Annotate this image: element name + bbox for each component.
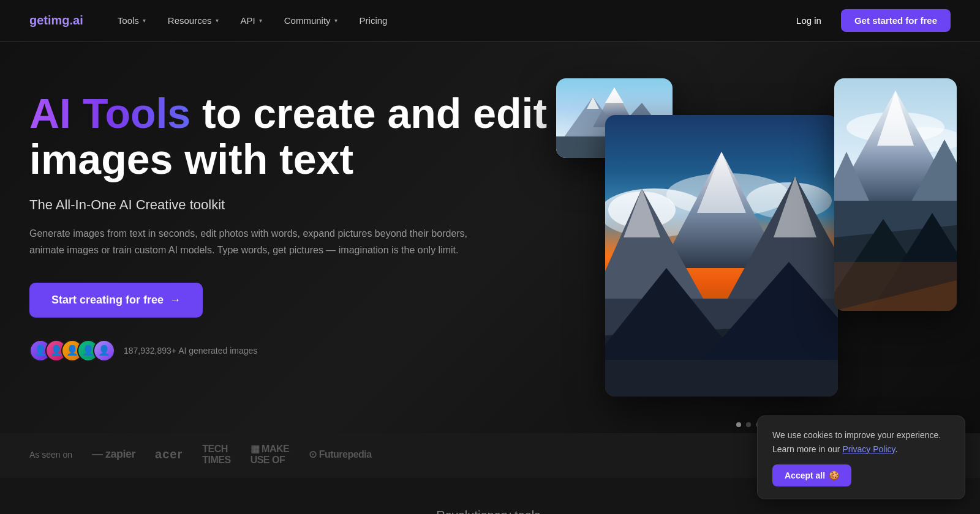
as-seen-on-label: As seen on — [29, 450, 72, 460]
brand-futurepedia: ⊙ Futurepedia — [309, 449, 372, 460]
nav-resources-label: Resources — [168, 15, 212, 26]
brand-acer: acer — [155, 447, 183, 461]
avatar-group: 👤 👤 👤 👤 👤 — [29, 340, 115, 362]
carousel-dot[interactable] — [736, 422, 741, 427]
chevron-down-icon: ▾ — [216, 17, 219, 24]
hero-title: AI Tools to create and edit images with … — [29, 91, 556, 182]
nav-resources[interactable]: Resources ▾ — [158, 10, 228, 31]
carousel-dot[interactable] — [746, 422, 751, 427]
brand-logos: — zapier acer TECHTIMES ▦ MAKEUSE OF ⊙ F… — [92, 443, 372, 466]
accept-cookies-label: Accept all — [785, 471, 825, 480]
nav-tools-label: Tools — [118, 15, 139, 26]
logo-suffix: .ai — [70, 13, 83, 27]
nav-community-label: Community — [284, 15, 331, 26]
hero-title-gradient: AI Tools — [29, 90, 190, 136]
chevron-down-icon: ▾ — [143, 17, 146, 24]
brand-make-use-of: ▦ MAKEUSE OF — [251, 443, 290, 466]
nav-pricing[interactable]: Pricing — [350, 10, 398, 31]
bottom-title: Revolutionary tools. — [29, 508, 951, 514]
privacy-policy-link[interactable]: Privacy Policy — [842, 444, 895, 454]
stats-count: 187,932,893+ AI generated images — [124, 346, 257, 356]
avatar: 👤 — [93, 340, 115, 362]
nav-community[interactable]: Community ▾ — [274, 10, 347, 31]
hero-subtitle: The All-In-One AI Creative toolkit — [29, 197, 556, 213]
user-stats: 👤 👤 👤 👤 👤 187,932,893+ AI generated imag… — [29, 340, 556, 362]
accept-cookies-button[interactable]: Accept all 🍪 — [772, 464, 851, 486]
start-creating-label: Start creating for free — [51, 294, 164, 307]
hero-image-large — [605, 115, 838, 397]
hero-content: AI Tools to create and edit images with … — [29, 78, 556, 409]
login-button[interactable]: Log in — [786, 10, 831, 31]
logo[interactable]: getimg.ai — [29, 13, 83, 28]
brand-tech-times: TECHTIMES — [202, 444, 230, 466]
start-creating-button[interactable]: Start creating for free → — [29, 283, 203, 318]
hero-images — [556, 78, 951, 409]
chevron-down-icon: ▾ — [259, 17, 262, 24]
nav-actions: Log in Get started for free — [786, 9, 951, 32]
logo-accent: getimg — [29, 13, 70, 27]
nav-api-label: API — [241, 15, 255, 26]
hero-description: Generate images from text in seconds, ed… — [29, 225, 483, 258]
nav-links: Tools ▾ Resources ▾ API ▾ Community ▾ Pr… — [108, 10, 786, 31]
cookie-banner: We use cookies to improve your experienc… — [757, 415, 965, 499]
nav-api[interactable]: API ▾ — [231, 10, 272, 31]
chevron-down-icon: ▾ — [334, 17, 337, 24]
get-started-button[interactable]: Get started for free — [841, 9, 951, 32]
hero-section: AI Tools to create and edit images with … — [0, 42, 980, 433]
cookie-text: We use cookies to improve your experienc… — [772, 428, 950, 456]
hero-image-partial — [834, 78, 957, 311]
navbar: getimg.ai Tools ▾ Resources ▾ API ▾ Comm… — [0, 0, 980, 42]
nav-pricing-label: Pricing — [360, 15, 388, 26]
arrow-icon: → — [170, 294, 181, 307]
brand-zapier: — zapier — [92, 448, 135, 461]
nav-tools[interactable]: Tools ▾ — [108, 10, 156, 31]
cookie-icon: 🍪 — [829, 471, 839, 480]
